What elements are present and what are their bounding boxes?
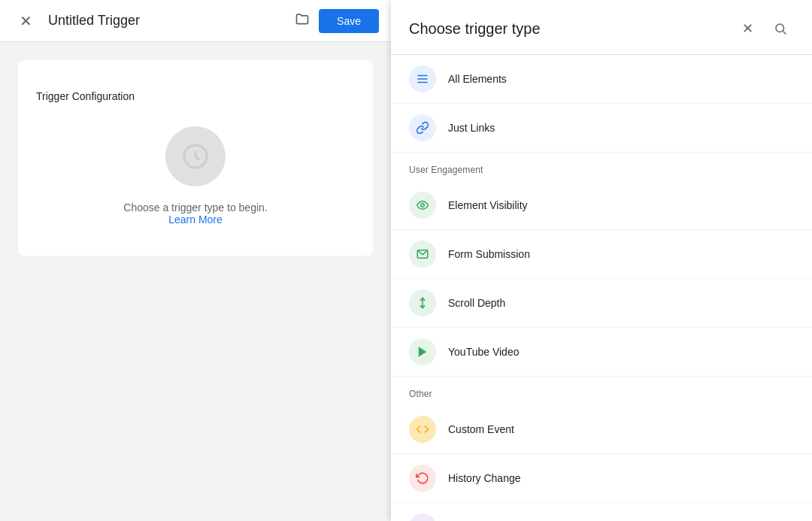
- page-title: Untitled Trigger: [48, 13, 286, 29]
- trigger-item-history-change[interactable]: History Change: [391, 454, 812, 503]
- svg-rect-5: [417, 82, 428, 83]
- panel-title: Choose trigger type: [409, 20, 541, 38]
- learn-more-link[interactable]: Learn More: [168, 214, 223, 226]
- custom-event-label: Custom Event: [448, 423, 794, 435]
- scroll-depth-icon: [409, 289, 436, 317]
- panel-actions: ✕: [734, 15, 794, 42]
- all-elements-label: All Elements: [448, 73, 794, 85]
- main-content: Trigger Configuration Choose a trigger t…: [0, 42, 391, 274]
- trigger-item-custom-event[interactable]: Custom Event: [391, 405, 812, 454]
- form-submission-label: Form Submission: [448, 248, 794, 260]
- trigger-type-panel: Choose trigger type ✕ All Elements: [391, 0, 812, 521]
- trigger-item-youtube-video[interactable]: YouTube Video: [391, 328, 812, 377]
- trigger-item-just-links[interactable]: Just Links: [391, 104, 812, 153]
- card-title: Trigger Configuration: [36, 90, 135, 102]
- element-visibility-label: Element Visibility: [448, 199, 794, 211]
- trigger-item-element-visibility[interactable]: Element Visibility: [391, 181, 812, 230]
- javascript-error-icon: [409, 513, 436, 521]
- close-panel-button[interactable]: ✕: [734, 15, 761, 42]
- user-engagement-header: User Engagement: [391, 153, 812, 181]
- custom-event-icon: [409, 416, 436, 443]
- trigger-config-card: Trigger Configuration Choose a trigger t…: [18, 60, 373, 256]
- trigger-placeholder-icon: [165, 126, 226, 186]
- scroll-depth-label: Scroll Depth: [448, 297, 794, 309]
- svg-line-2: [783, 32, 786, 35]
- element-visibility-icon: [409, 192, 436, 219]
- save-button[interactable]: Save: [319, 9, 379, 33]
- main-panel: ✕ Untitled Trigger Save Trigger Configur…: [0, 0, 391, 521]
- svg-marker-9: [419, 347, 427, 357]
- form-submission-icon: [409, 241, 436, 268]
- trigger-item-form-submission[interactable]: Form Submission: [391, 230, 812, 279]
- trigger-list: All Elements Just Links User Engagement …: [391, 55, 812, 521]
- trigger-item-all-elements[interactable]: All Elements: [391, 55, 812, 104]
- history-change-label: History Change: [448, 472, 794, 484]
- trigger-item-javascript-error[interactable]: JavaScript Error: [391, 503, 812, 521]
- just-links-icon: [409, 114, 436, 141]
- other-header: Other: [391, 377, 812, 405]
- svg-point-1: [776, 24, 784, 32]
- folder-icon: [295, 11, 310, 30]
- youtube-video-label: YouTube Video: [448, 346, 794, 358]
- history-change-icon: [409, 465, 436, 492]
- svg-rect-4: [417, 78, 428, 80]
- svg-rect-3: [417, 75, 428, 77]
- top-bar: ✕ Untitled Trigger Save: [0, 0, 391, 42]
- youtube-video-icon: [409, 338, 436, 365]
- svg-point-6: [421, 204, 425, 207]
- close-button[interactable]: ✕: [12, 8, 39, 35]
- all-elements-icon: [409, 65, 436, 92]
- just-links-label: Just Links: [448, 122, 794, 134]
- trigger-item-scroll-depth[interactable]: Scroll Depth: [391, 279, 812, 328]
- search-button[interactable]: [767, 15, 794, 42]
- choose-trigger-text: Choose a trigger type to begin. Learn Mo…: [123, 201, 267, 226]
- panel-header: Choose trigger type ✕: [391, 0, 812, 55]
